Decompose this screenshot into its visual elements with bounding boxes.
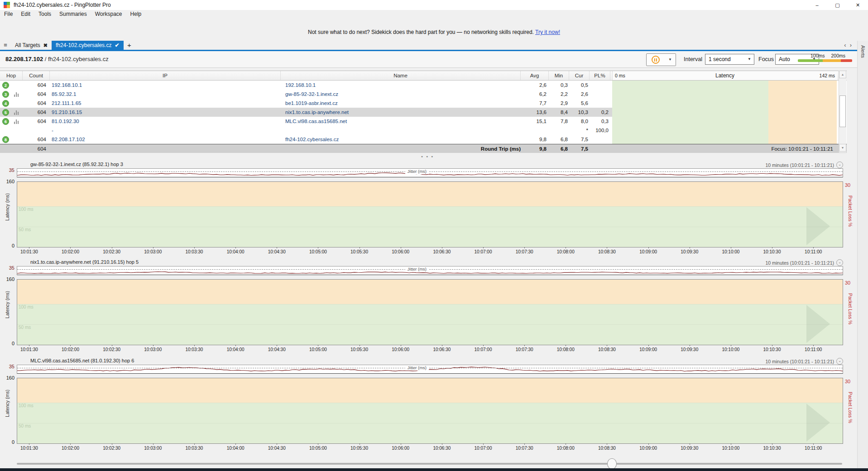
close-button[interactable]: ✕ [848, 0, 868, 10]
interval-select[interactable]: 1 second ▼ [705, 54, 754, 65]
header-ip[interactable]: IP [50, 71, 281, 80]
tab-scroll-arrows[interactable]: ‹› [844, 42, 855, 48]
time-tick-label: 10:07:00 [475, 249, 492, 254]
focus-value: Auto [779, 56, 790, 62]
latency-max-label: 160 [4, 179, 14, 184]
header-hop[interactable]: Hop [0, 71, 23, 80]
jitter-strip[interactable]: Jitter (ms) [17, 266, 843, 275]
banner-text: Not sure what to do next? Sidekick does … [308, 29, 535, 35]
header-min[interactable]: Min [549, 71, 569, 80]
time-tick-label: 10:06:00 [392, 347, 409, 352]
scroll-left-icon[interactable]: ‹ [844, 42, 849, 48]
time-tick-label: 10:06:00 [392, 446, 409, 451]
menu-tools[interactable]: Tools [34, 10, 55, 18]
close-tab-icon[interactable]: ✖ [43, 41, 48, 50]
jitter-threshold-line [17, 269, 843, 270]
time-tick-label: 10:04:00 [227, 446, 245, 451]
gridline-50ms [17, 324, 843, 325]
menu-file[interactable]: File [0, 10, 17, 18]
latency-header-title: Latency [613, 71, 837, 80]
ip-cell: 81.0.192.30 [52, 117, 269, 126]
table-vertical-scrollbar[interactable]: ▲ ▼ [839, 71, 846, 152]
menu-workspace[interactable]: Workspace [91, 10, 126, 18]
header-avg[interactable]: Avg [521, 71, 549, 80]
header-name[interactable]: Name [281, 71, 521, 80]
maximize-button[interactable]: ▢ [827, 0, 848, 10]
pl-cell: 0,2 [590, 108, 609, 117]
splitter-handle[interactable]: ●●● [0, 155, 857, 158]
histogram-icon[interactable] [14, 119, 20, 124]
time-tick-label: 10:02:30 [103, 249, 120, 254]
time-tick-mark [483, 443, 484, 445]
time-tick-label: 10:11:00 [805, 347, 822, 352]
tab-target-active[interactable]: fh24-102.cybersales.cz ✔ [52, 41, 123, 50]
menu-bar: FileEditToolsSummariesWorkspaceHelp [0, 10, 868, 18]
header-pl[interactable]: PL% [590, 71, 610, 80]
time-tick-label: 10:03:30 [185, 446, 203, 451]
grid-label-50ms: 50 ms [19, 227, 31, 232]
histogram-icon[interactable] [14, 92, 20, 97]
time-tick-mark [277, 247, 277, 248]
timeline-scrollbar-track[interactable] [17, 463, 842, 465]
menu-edit[interactable]: Edit [17, 10, 34, 18]
add-tab-button[interactable]: + [124, 41, 135, 50]
time-tick-label: 10:08:00 [557, 249, 575, 254]
jitter-max-label: 35 [4, 364, 14, 369]
header-count[interactable]: Count [23, 71, 50, 80]
scroll-right-icon[interactable]: › [850, 42, 855, 48]
graph-range-selector[interactable]: 10 minutes (10:01:21 - 10:11:21) ⌄ [765, 358, 843, 365]
latency-axis-label: Latency (ms) [5, 193, 10, 221]
ip-cell: 192.168.10.1 [52, 81, 269, 90]
jitter-strip[interactable]: Jitter (ms) [17, 168, 843, 177]
time-tick-mark [813, 345, 814, 346]
target-address: 82.208.17.102 / fh24-102.cybersales.cz [5, 51, 109, 67]
pause-button[interactable] [646, 53, 665, 66]
chevron-down-icon: ⌄ [836, 162, 843, 168]
try-it-now-link[interactable]: Try it now! [535, 29, 560, 35]
time-tick-mark [29, 345, 29, 346]
time-tick-mark [70, 247, 71, 248]
interval-label: Interval [684, 51, 702, 67]
time-tick-label: 10:04:00 [227, 249, 245, 254]
pause-dropdown-button[interactable]: ▼ [665, 53, 676, 66]
cur-cell: * [570, 126, 588, 135]
table-footer-row: 604 Round Trip (ms) 9,8 6,8 7,5 Focus: 1… [0, 144, 847, 153]
packet-loss-max-label: 30 [845, 182, 850, 188]
latency-scale-max: 142 ms [820, 71, 835, 80]
latency-plot[interactable]: 100 ms 50 ms [17, 279, 843, 345]
scroll-down-icon[interactable]: ▼ [839, 144, 846, 152]
time-tick-mark [401, 345, 401, 346]
time-tick-label: 10:10:00 [722, 347, 739, 352]
time-tick-label: 10:06:00 [392, 249, 409, 254]
ip-cell: - [52, 126, 269, 135]
menu-summaries[interactable]: Summaries [55, 10, 91, 18]
alerts-sidebar[interactable]: Alerts [857, 41, 868, 471]
count-cell: 604 [23, 135, 46, 144]
hamburger-icon[interactable]: ≡ [0, 41, 11, 50]
minimize-button[interactable]: – [807, 0, 827, 10]
graph-range-selector[interactable]: 10 minutes (10:01:21 - 10:11:21) ⌄ [765, 162, 843, 168]
timeline-scrollbar-thumb[interactable] [607, 458, 617, 469]
gridline-100ms [17, 304, 843, 304]
time-tick-label: 10:04:30 [268, 446, 286, 451]
scroll-up-icon[interactable]: ▲ [839, 71, 846, 78]
graph-range-selector[interactable]: 10 minutes (10:01:21 - 10:11:21) ⌄ [765, 259, 843, 266]
latency-plot[interactable]: 100 ms 50 ms [17, 181, 843, 247]
menu-help[interactable]: Help [126, 10, 146, 18]
time-tick-mark [360, 247, 360, 248]
time-tick-label: 10:09:30 [681, 249, 698, 254]
latency-min-label: 0 [4, 243, 14, 248]
tab-all-targets[interactable]: All Targets ✖ [11, 41, 52, 50]
jitter-strip[interactable]: Jitter (ms) [17, 365, 843, 374]
time-tick-label: 10:07:00 [475, 446, 492, 451]
time-tick-mark [153, 247, 153, 248]
histogram-icon[interactable] [14, 110, 20, 115]
legend-200ms: 200ms [831, 53, 846, 58]
scrollbar-thumb[interactable] [839, 95, 846, 127]
latency-plot[interactable]: 100 ms 50 ms [17, 378, 843, 444]
header-cur[interactable]: Cur [569, 71, 590, 80]
time-tick-mark [318, 443, 318, 445]
time-tick-label: 10:06:30 [433, 347, 451, 352]
time-tick-mark [772, 247, 772, 248]
count-cell: 604 [23, 90, 46, 99]
